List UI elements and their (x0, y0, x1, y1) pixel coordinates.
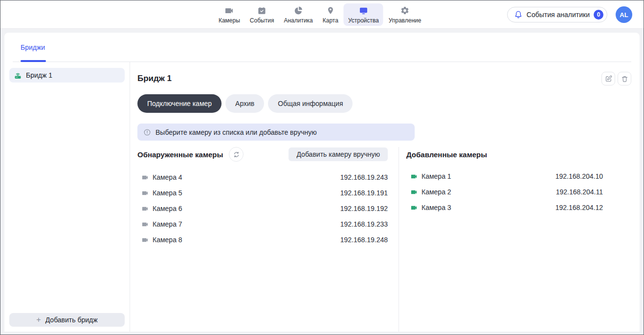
title-actions (601, 72, 631, 85)
nav-label: Устройства (348, 17, 379, 24)
tab-camera-connection[interactable]: Подключение камер (137, 94, 222, 113)
camera-ip: 192.168.19.192 (340, 205, 388, 212)
info-icon (143, 128, 151, 136)
add-camera-manually-button[interactable]: Добавить камеру вручную (289, 147, 388, 161)
pie-chart-icon (294, 6, 303, 16)
trash-icon (621, 75, 628, 83)
map-pin-icon (326, 6, 334, 16)
videocam-icon (224, 6, 234, 16)
sidebar-item-label: Бридж 1 (26, 71, 52, 79)
events-count-badge: 0 (594, 10, 603, 20)
added-camera-list: Камера 1 192.168.204.10 Камера 2 192.168… (406, 168, 603, 215)
bridges-sidebar: Бридж 1 + Добавить бридж (4, 62, 130, 332)
refresh-button[interactable] (229, 147, 244, 162)
avatar[interactable]: AL (616, 6, 632, 23)
camera-ip: 192.168.19.248 (340, 236, 388, 244)
camera-ip: 192.168.19.233 (340, 220, 388, 228)
nav-item-map[interactable]: Карта (318, 3, 343, 26)
camera-icon (141, 221, 149, 228)
camera-row[interactable]: Камера 8 192.168.19.248 (137, 232, 388, 248)
nav-item-analytics[interactable]: Аналитика (279, 3, 317, 26)
main-nav: Камеры События Аналитика Карта Устройств (214, 3, 425, 26)
nav-label: События (250, 17, 274, 24)
nav-item-events[interactable]: События (245, 3, 279, 26)
camera-row[interactable]: Камера 7 192.168.19.233 (137, 216, 388, 232)
nav-label: Камеры (219, 17, 240, 24)
camera-name: Камера 8 (153, 236, 182, 244)
camera-name: Камера 2 (422, 188, 451, 196)
monitor-icon (358, 6, 368, 16)
bridge-detail: Бридж 1 Подключение камер (130, 62, 640, 332)
bridge-router-icon (14, 71, 22, 80)
nav-item-cameras[interactable]: Камеры (214, 3, 244, 26)
discovered-heading: Обнаруженные камеры (137, 150, 223, 159)
add-bridge-button[interactable]: + Добавить бридж (9, 313, 125, 327)
bridge-tabs: Подключение камер Архив Общая информация (137, 94, 631, 113)
nav-item-devices[interactable]: Устройства (344, 3, 383, 26)
info-banner-text: Выберите камеру из списка или добавьте в… (155, 128, 317, 136)
camera-icon (141, 189, 149, 197)
add-bridge-label: Добавить бридж (45, 316, 98, 324)
camera-ip: 192.168.204.12 (555, 204, 603, 211)
camera-row[interactable]: Камера 1 192.168.204.10 (406, 168, 603, 184)
camera-name: Камера 7 (153, 220, 182, 228)
discovered-cameras-section: Обнаруженные камеры Добавить камеру вруч… (137, 147, 399, 332)
nav-item-management[interactable]: Управление (384, 3, 426, 26)
camera-name: Камера 1 (422, 172, 451, 180)
camera-icon (141, 236, 149, 244)
main-panel: Бриджи Бридж 1 + Добавить бридж Бридж 1 (4, 33, 640, 332)
camera-icon (141, 205, 149, 212)
refresh-icon (233, 151, 240, 158)
camera-icon (410, 173, 418, 180)
calendar-check-icon (258, 6, 266, 16)
info-banner: Выберите камеру из списка или добавьте в… (137, 124, 415, 141)
page-title: Бридж 1 (137, 74, 172, 84)
camera-name: Камера 3 (422, 204, 451, 211)
camera-ip: 192.168.19.243 (340, 173, 388, 181)
camera-row[interactable]: Камера 4 192.168.19.243 (137, 169, 388, 185)
gear-icon (400, 6, 410, 16)
camera-name: Камера 6 (153, 205, 182, 212)
tab-general-info[interactable]: Общая информация (268, 94, 353, 113)
camera-name: Камера 4 (153, 173, 182, 181)
edit-icon (605, 75, 612, 83)
camera-row[interactable]: Камера 3 192.168.204.12 (406, 200, 603, 215)
analytics-events-button[interactable]: События аналитики 0 (507, 7, 607, 22)
plus-icon: + (36, 316, 41, 324)
added-heading: Добавленные камеры (406, 150, 487, 159)
sidebar-item-bridge-1[interactable]: Бридж 1 (9, 68, 125, 83)
delete-bridge-button[interactable] (618, 72, 631, 85)
camera-ip: 192.168.204.10 (555, 172, 603, 180)
discovered-camera-list: Камера 4 192.168.19.243 Камера 5 192.168… (137, 169, 388, 248)
nav-label: Аналитика (284, 17, 312, 24)
camera-row[interactable]: Камера 5 192.168.19.191 (137, 185, 388, 201)
camera-icon (141, 174, 149, 181)
added-cameras-section: Добавленные камеры Камера 1 192.168.204.… (399, 147, 631, 332)
camera-ip: 192.168.19.191 (340, 189, 388, 197)
camera-ip: 192.168.204.11 (556, 188, 603, 196)
camera-name: Камера 5 (153, 189, 182, 197)
camera-icon (410, 188, 418, 196)
tab-archive[interactable]: Архив (225, 94, 264, 113)
analytics-events-label: События аналитики (527, 11, 590, 19)
tab-bridges[interactable]: Бриджи (21, 33, 45, 62)
camera-row[interactable]: Камера 6 192.168.19.192 (137, 201, 388, 216)
camera-row[interactable]: Камера 2 192.168.204.11 (406, 184, 603, 200)
bell-icon (514, 10, 523, 19)
camera-icon (410, 204, 418, 211)
nav-label: Карта (323, 17, 338, 24)
nav-label: Управление (389, 17, 422, 24)
edit-bridge-button[interactable] (601, 72, 615, 85)
section-tabs: Бриджи (4, 33, 640, 62)
top-bar: Камеры События Аналитика Карта Устройств (0, 0, 644, 29)
